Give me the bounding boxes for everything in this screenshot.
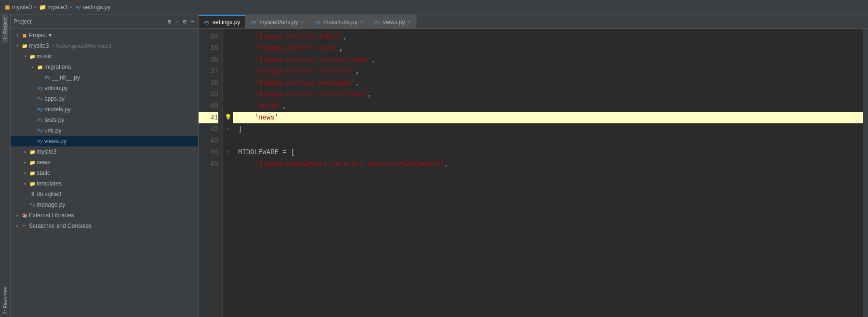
tree-item-music[interactable]: 📁 music	[11, 51, 198, 62]
breadcrumb-folder[interactable]: 📁 mysite3	[40, 4, 67, 11]
code-line-42: ]	[233, 123, 863, 135]
expand-icon	[22, 170, 28, 176]
module-folder-icon: 📁	[29, 148, 36, 155]
module-folder-icon: 📁	[29, 53, 36, 60]
breadcrumb-folder-label: mysite3	[48, 4, 67, 11]
tab-views[interactable]: Py views.py ✕	[369, 15, 416, 28]
tree-item-news[interactable]: 📁 news	[11, 157, 198, 168]
code-line-45: 'django.middleware.security.SecurityMidd…	[233, 158, 863, 170]
code-line-43	[233, 135, 863, 146]
db-icon: 🗄	[29, 191, 36, 198]
tree-label: migrations	[44, 64, 71, 70]
expand-icon	[14, 32, 20, 38]
tab-label: music/urls.py	[323, 19, 357, 26]
string-token: 'django.contrib.auth'	[238, 42, 339, 54]
python-icon: Py	[37, 106, 43, 113]
project-icon: ◼	[4, 4, 11, 11]
ext-libs-icon: 📚	[21, 212, 28, 219]
expand-icon	[22, 53, 28, 59]
tab-python-icon: Py	[374, 19, 380, 26]
tree-item-scratches[interactable]: ✏ Scratches and Consoles	[11, 221, 198, 231]
tree-item-templates[interactable]: 📁 templates	[11, 178, 198, 189]
module-folder-icon: 📁	[29, 159, 36, 166]
tree-item-mysite3-root[interactable]: 📁 mysite3 ~/tedu/vip/day03/mysite3	[11, 40, 198, 51]
tree-label: models.py	[44, 106, 71, 113]
tree-item-mysite3-inner[interactable]: 📁 mysite3	[11, 146, 198, 157]
python-icon: Py	[29, 201, 36, 208]
panel-settings-icon[interactable]: ⚙	[167, 17, 173, 26]
empty-line	[238, 135, 242, 146]
breadcrumb-project[interactable]: ◼ mysite3	[4, 4, 32, 11]
tree-label: views.py	[44, 138, 67, 145]
python-file-icon: Py	[75, 4, 81, 11]
expand-icon	[22, 159, 28, 165]
tree-item-db[interactable]: 🗄 db.sqlite3	[11, 189, 198, 199]
folder-icon: 📁	[29, 170, 36, 176]
code-line-44: MIDDLEWARE = [	[233, 146, 863, 158]
tab-label: settings.py	[213, 19, 240, 26]
tree-label: manage.py	[37, 201, 65, 208]
scratch-icon: ✏	[21, 223, 28, 229]
tree-item-views[interactable]: Py views.py	[11, 136, 198, 146]
sidebar-item-project[interactable]: 1: Project	[2, 14, 8, 42]
tab-python-icon: Py	[314, 19, 321, 26]
fold-icon[interactable]: ▸	[227, 123, 229, 135]
tab-label: mysite3/urls.py	[259, 19, 298, 26]
sidebar-item-favorites[interactable]: 2: Favorites	[2, 284, 8, 317]
cursor	[279, 112, 282, 123]
string-token: 'django.middleware.security.SecurityMidd…	[238, 158, 444, 170]
breadcrumb-file[interactable]: Py settings.py	[75, 4, 110, 11]
tab-music-urls[interactable]: Py music/urls.py ✕	[309, 15, 369, 28]
tree-item-project[interactable]: ◼ Project ▾	[11, 30, 198, 40]
code-line-40: 'music',	[233, 100, 863, 112]
panel-header-icons: ⚙ ≡ ⚙ –	[167, 17, 195, 26]
code-editor[interactable]: 34 35 36 37 38 39 40 41 42 43 44 45	[199, 29, 868, 317]
vertical-scrollbar[interactable]	[863, 29, 868, 317]
tab-close-icon[interactable]: ✕	[300, 19, 304, 25]
python-icon: Py	[37, 138, 43, 145]
tab-label: views.py	[383, 19, 405, 26]
tree-label: tests.py	[44, 117, 64, 123]
tree-label: admin.py	[44, 85, 68, 92]
tree-item-models[interactable]: Py models.py	[11, 104, 198, 115]
punct-token: ,	[372, 54, 375, 66]
folder-icon: ◼	[21, 32, 28, 39]
tree-item-admin[interactable]: Py admin.py	[11, 83, 198, 93]
code-line-36: 'django.contrib.contenttypes',	[233, 54, 863, 66]
tree-label: Project ▾	[29, 32, 52, 39]
code-line-34: 'django.contrib.admin',	[233, 31, 863, 42]
panel-title: Project	[13, 18, 165, 25]
tree-item-urls[interactable]: Py urls.py	[11, 125, 198, 136]
code-content[interactable]: 'django.contrib.admin', 'django.contrib.…	[233, 29, 863, 317]
panel-minimize-icon[interactable]: –	[189, 17, 195, 26]
tab-settings[interactable]: Py settings.py	[199, 15, 245, 28]
tree-label: apps.py	[44, 95, 65, 102]
tree-item-manage[interactable]: Py manage.py	[11, 199, 198, 210]
tree-item-ext-libs[interactable]: 📚 External Libraries	[11, 210, 198, 221]
warning-icon: 💡	[225, 112, 232, 123]
code-line-37: 'django.contrib.sessions',	[233, 66, 863, 77]
panel-gear-icon[interactable]: ⚙	[182, 17, 187, 26]
tree-item-migrations[interactable]: 📁 migrations	[11, 62, 198, 72]
module-folder-icon: 📁	[21, 42, 28, 49]
tree-item-init[interactable]: Py __init__.py	[11, 72, 198, 83]
tab-python-icon: Py	[203, 19, 210, 26]
breadcrumb-file-label: settings.py	[83, 4, 110, 11]
tab-python-icon: Py	[250, 19, 257, 26]
tree-label: templates	[37, 180, 62, 187]
breadcrumb-sep-1: ▸	[34, 3, 37, 11]
expand-icon	[14, 223, 20, 229]
tab-mysite3-urls[interactable]: Py mysite3/urls.py ✕	[245, 15, 309, 28]
tree-item-static[interactable]: 📁 static	[11, 168, 198, 178]
tree-item-apps[interactable]: Py apps.py	[11, 93, 198, 104]
tree-item-tests[interactable]: Py tests.py	[11, 115, 198, 125]
tree-label: music	[37, 53, 52, 60]
tree-label: mysite3	[29, 42, 49, 49]
fold-icon[interactable]: ▸	[227, 146, 229, 158]
string-token: 'django.contrib.contenttypes'	[238, 54, 372, 66]
punct-token: ,	[356, 66, 360, 77]
panel-layout-icon[interactable]: ≡	[174, 17, 180, 26]
tab-close-icon[interactable]: ✕	[360, 19, 363, 25]
tab-close-icon[interactable]: ✕	[407, 19, 411, 25]
main-area: 1: Project 2: Favorites Project ⚙ ≡ ⚙ – …	[0, 14, 868, 317]
